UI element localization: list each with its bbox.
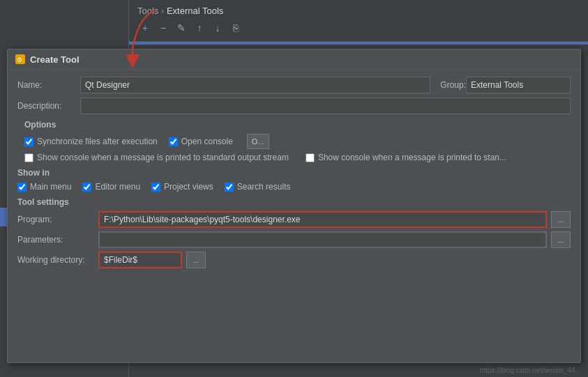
show-in-title: Show in xyxy=(17,168,571,178)
parameters-label: Parameters: xyxy=(17,235,94,245)
name-label: Name: xyxy=(17,80,80,90)
description-row: Description: xyxy=(17,98,571,114)
dialog-title: Create Tool xyxy=(30,54,80,65)
program-input[interactable] xyxy=(98,211,547,228)
program-row: Program: ... xyxy=(17,211,571,228)
sync-files-checkbox[interactable]: Synchronize files after execution xyxy=(24,137,158,146)
search-results-checkbox[interactable]: Search results xyxy=(225,182,291,192)
name-row: Name: Group: xyxy=(17,77,571,93)
options-section: Options Synchronize files after executio… xyxy=(17,120,571,162)
description-label: Description: xyxy=(17,101,80,111)
create-tool-dialog: ⚙ Create Tool Name: Group: Description: … xyxy=(7,49,581,363)
dialog-tool-icon: ⚙ xyxy=(15,54,26,65)
group-field-label: Group: xyxy=(440,80,466,90)
main-menu-checkbox[interactable]: Main menu xyxy=(17,182,71,192)
editor-menu-checkbox[interactable]: Editor menu xyxy=(82,182,140,192)
dialog-overlay: ⚙ Create Tool Name: Group: Description: … xyxy=(0,28,588,377)
breadcrumb-current: External Tools xyxy=(167,6,223,16)
breadcrumb: Tools › External Tools xyxy=(129,0,588,19)
working-dir-input[interactable] xyxy=(98,252,182,268)
parameters-row: Parameters: ... xyxy=(17,231,571,248)
parameters-browse-button[interactable]: ... xyxy=(551,231,571,248)
name-input[interactable] xyxy=(80,77,430,93)
show-in-row: Main menu Editor menu Project views Sear… xyxy=(17,182,571,192)
working-dir-label: Working directory: xyxy=(17,255,94,265)
options-row-2: Show console when a message is printed t… xyxy=(24,153,571,162)
working-dir-browse-button[interactable]: ... xyxy=(186,252,206,268)
svg-text:⚙: ⚙ xyxy=(17,56,22,63)
group-input[interactable] xyxy=(466,77,571,93)
dialog-titlebar: ⚙ Create Tool xyxy=(8,49,580,70)
tool-settings-title: Tool settings xyxy=(17,197,571,207)
show-in-section: Show in Main menu Editor menu Project vi… xyxy=(17,168,571,192)
project-views-checkbox[interactable]: Project views xyxy=(151,182,213,192)
breadcrumb-separator: › xyxy=(161,6,164,16)
options-title: Options xyxy=(24,120,571,130)
program-browse-button[interactable]: ... xyxy=(551,211,571,228)
options-row-1: Synchronize files after execution Open c… xyxy=(24,134,571,149)
open-console-checkbox[interactable]: Open console xyxy=(169,137,233,146)
show-console-stderr-checkbox[interactable]: Show console when a message is printed t… xyxy=(306,153,506,162)
output-filters-button[interactable]: O... xyxy=(247,134,269,149)
tool-settings-section: Tool settings Program: ... Parameters: .… xyxy=(17,197,571,268)
working-dir-row: Working directory: ... xyxy=(17,252,571,268)
description-input[interactable] xyxy=(80,98,571,114)
breadcrumb-parent: Tools xyxy=(137,6,158,16)
dialog-body: Name: Group: Description: Options Synchr… xyxy=(8,70,580,279)
program-label: Program: xyxy=(17,215,94,224)
show-console-stdout-checkbox[interactable]: Show console when a message is printed t… xyxy=(24,153,289,162)
parameters-input[interactable] xyxy=(98,231,547,248)
